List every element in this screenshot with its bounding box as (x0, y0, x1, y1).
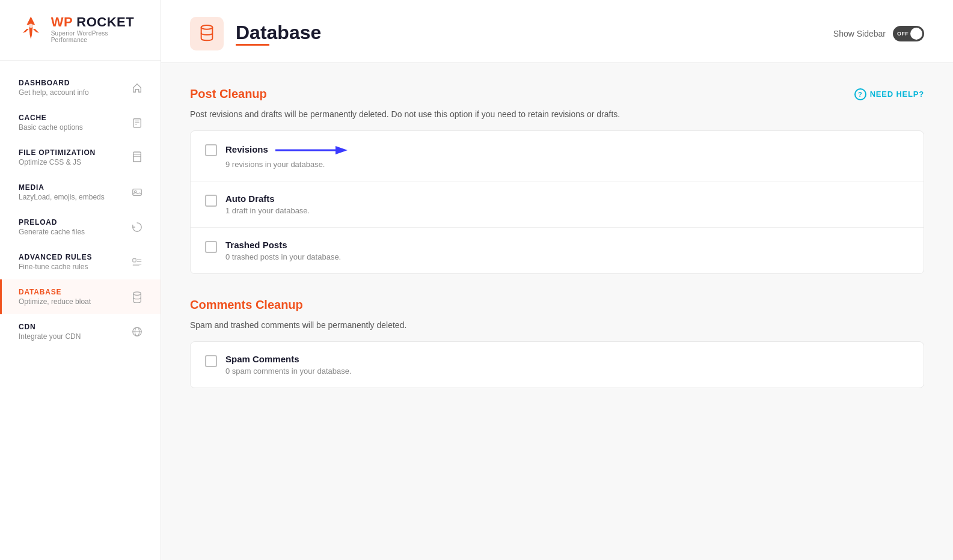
svg-point-0 (29, 23, 33, 28)
database-icon (130, 290, 144, 303)
help-icon: ? (854, 88, 866, 100)
spam-comments-label: Spam Comments (225, 354, 352, 364)
trashed-posts-card: Trashed Posts 0 trashed posts in your da… (191, 228, 924, 273)
svg-marker-21 (336, 146, 348, 154)
advanced-rules-icon (130, 255, 144, 269)
media-icon (130, 186, 144, 199)
preload-icon (130, 221, 144, 234)
auto-drafts-card: Auto Drafts 1 draft in your database. (191, 181, 924, 228)
svg-rect-1 (133, 119, 141, 127)
svg-rect-7 (133, 156, 141, 162)
trashed-posts-checkbox[interactable] (205, 241, 217, 253)
logo-wp: WP (51, 14, 73, 29)
main-content: Database Show Sidebar OFF Post Cleanup ?… (161, 0, 953, 560)
arrow-annotation (275, 143, 348, 157)
svg-point-19 (201, 25, 213, 29)
logo-text: WP ROCKET Superior WordPress Performance (51, 14, 144, 43)
sidebar-item-cdn[interactable]: CDN Integrate your CDN (0, 314, 161, 349)
svg-point-15 (133, 292, 141, 295)
post-cleanup-section: Post Cleanup ? NEED HELP? Post revisions… (190, 87, 924, 274)
page-icon (190, 17, 224, 50)
need-help-button[interactable]: ? NEED HELP? (854, 88, 924, 100)
page-body: Post Cleanup ? NEED HELP? Post revisions… (161, 63, 953, 436)
sidebar-item-preload[interactable]: PRELOAD Generate cache files (0, 210, 161, 245)
show-sidebar-toggle[interactable]: OFF (893, 26, 924, 41)
comments-cleanup-cards: Spam Comments 0 spam comments in your da… (190, 341, 924, 388)
post-cleanup-title: Post Cleanup (190, 87, 267, 101)
dashboard-icon (130, 81, 144, 94)
comments-cleanup-title: Comments Cleanup (190, 298, 303, 312)
sidebar-item-cache[interactable]: CACHE Basic cache options (0, 105, 161, 140)
cdn-icon (130, 325, 144, 338)
spam-comments-card: Spam Comments 0 spam comments in your da… (191, 342, 924, 388)
trashed-posts-sublabel: 0 trashed posts in your database. (225, 252, 341, 261)
page-title: Database (236, 22, 321, 44)
logo-tagline: Superior WordPress Performance (51, 30, 144, 43)
page-header: Database Show Sidebar OFF (161, 0, 953, 63)
trashed-posts-label: Trashed Posts (225, 240, 341, 250)
svg-rect-10 (133, 259, 136, 262)
sidebar-item-file-optimization[interactable]: FILE OPTIMIZATION Optimize CSS & JS (0, 140, 161, 175)
sidebar-item-media[interactable]: MEDIA LazyLoad, emojis, embeds (0, 175, 161, 210)
logo-area: WP ROCKET Superior WordPress Performance (0, 0, 161, 61)
page-title-underline (236, 44, 269, 46)
sidebar-item-dashboard[interactable]: DASHBOARD Get help, account info (0, 70, 161, 105)
revisions-label: Revisions (225, 143, 348, 157)
svg-rect-6 (133, 154, 141, 162)
svg-rect-5 (133, 152, 141, 162)
toggle-knob (910, 28, 922, 40)
revisions-checkbox[interactable] (205, 144, 217, 156)
show-sidebar-label: Show Sidebar (833, 29, 886, 38)
file-optimization-icon (130, 151, 144, 164)
auto-drafts-checkbox[interactable] (205, 195, 217, 207)
sidebar-item-database[interactable]: DATABASE Optimize, reduce bloat (0, 279, 161, 314)
svg-rect-8 (133, 189, 141, 196)
sidebar: WP ROCKET Superior WordPress Performance… (0, 0, 161, 560)
toggle-off-label: OFF (897, 31, 909, 37)
sidebar-nav: DASHBOARD Get help, account info CACHE B… (0, 61, 161, 560)
post-cleanup-description: Post revisions and drafts will be perman… (190, 108, 924, 121)
comments-cleanup-description: Spam and trashed comments will be perman… (190, 319, 924, 332)
wp-rocket-logo-icon (17, 14, 45, 43)
revisions-sublabel: 9 revisions in your database. (225, 160, 348, 169)
spam-comments-sublabel: 0 spam comments in your database. (225, 367, 352, 376)
comments-cleanup-section: Comments Cleanup Spam and trashed commen… (190, 298, 924, 388)
sidebar-item-advanced-rules[interactable]: ADVANCED RULES Fine-tune cache rules (0, 245, 161, 279)
auto-drafts-label: Auto Drafts (225, 193, 310, 204)
cache-icon (130, 116, 144, 129)
post-cleanup-cards: Revisions 9 revisions in your database. (190, 130, 924, 274)
spam-comments-checkbox[interactable] (205, 355, 217, 367)
revisions-card: Revisions 9 revisions in your database. (191, 131, 924, 181)
logo-rocket: ROCKET (76, 14, 134, 29)
auto-drafts-sublabel: 1 draft in your database. (225, 206, 310, 215)
